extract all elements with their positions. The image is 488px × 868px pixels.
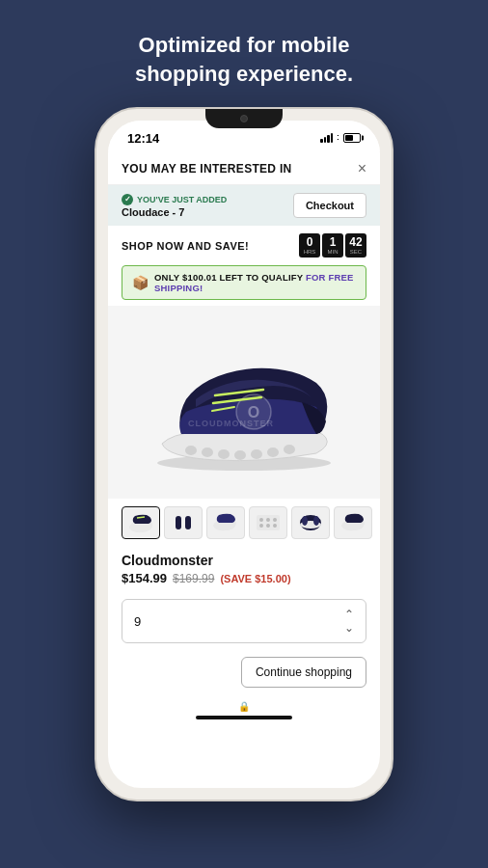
timer-hours: 0 HRS	[299, 233, 320, 258]
thumbnail-6[interactable]	[334, 506, 372, 539]
svg-point-1	[185, 446, 197, 455]
home-bar-area: 🔒	[108, 695, 380, 729]
added-notification-bar: ✓ YOU'VE JUST ADDED Cloudace - 7 Checkou…	[108, 185, 380, 226]
product-info: Cloudmonster $154.99 $169.99 (SAVE $15.0…	[108, 547, 380, 599]
svg-point-18	[259, 518, 263, 522]
price-original: $169.99	[173, 572, 214, 585]
svg-point-6	[267, 448, 279, 457]
timer-minutes: 1 MIN	[322, 233, 343, 258]
svg-point-7	[284, 445, 295, 454]
close-button[interactable]: ×	[358, 161, 366, 176]
thumbnail-3[interactable]	[206, 506, 245, 539]
svg-point-23	[273, 524, 277, 528]
shop-now-bar: SHOP NOW AND SAVE! 0 HRS 1 MIN 42 SEC	[108, 226, 380, 265]
thumbnail-1[interactable]	[122, 506, 160, 539]
added-info: ✓ YOU'VE JUST ADDED Cloudace - 7	[122, 194, 227, 218]
svg-point-2	[202, 448, 213, 457]
timer-seconds: 42 SEC	[345, 233, 366, 258]
svg-point-4	[234, 450, 246, 460]
svg-point-27	[313, 516, 319, 526]
svg-point-5	[251, 449, 262, 459]
svg-text:CLOUDMONSTER: CLOUDMONSTER	[188, 419, 274, 428]
svg-rect-17	[257, 515, 280, 530]
svg-point-22	[266, 524, 270, 528]
product-name: Cloudmonster	[122, 553, 366, 568]
added-product-name: Cloudace - 7	[122, 206, 227, 218]
checkmark-icon: ✓	[122, 194, 133, 205]
svg-point-21	[259, 524, 263, 528]
wifi-icon: ∶	[337, 132, 339, 145]
svg-rect-15	[176, 516, 181, 529]
signal-icon	[320, 133, 333, 143]
box-icon: 📦	[132, 275, 149, 290]
continue-shopping-button[interactable]: Continue shopping	[241, 657, 366, 688]
chevron-updown-icon: ⌃⌄	[344, 608, 354, 635]
continue-button-row: Continue shopping	[108, 657, 380, 695]
shipping-banner: 📦 ONLY $100.01 LEFT TO QUALIFY FOR FREE …	[122, 265, 366, 300]
thumbnail-2[interactable]	[164, 506, 203, 539]
shipping-text: ONLY $100.01 LEFT TO QUALIFY FOR FREE SH…	[154, 272, 356, 293]
shoe-illustration: O CLOUDMONSTER	[138, 330, 350, 475]
modal-title: YOU MAY BE INTERESTED IN	[122, 162, 292, 176]
product-image: O CLOUDMONSTER	[108, 306, 380, 499]
svg-point-19	[266, 518, 270, 522]
price-save: (SAVE $15.00)	[220, 573, 290, 584]
lock-icon: 🔒	[238, 701, 250, 712]
price-row: $154.99 $169.99 (SAVE $15.00)	[122, 571, 366, 585]
status-icons: ∶	[320, 132, 361, 145]
svg-point-3	[218, 449, 230, 459]
checkout-button[interactable]: Checkout	[293, 193, 366, 218]
thumbnail-strip	[108, 499, 380, 547]
added-label: ✓ YOU'VE JUST ADDED	[122, 194, 227, 205]
modal-header: YOU MAY BE INTERESTED IN ×	[108, 151, 380, 185]
shop-now-text: SHOP NOW AND SAVE!	[122, 240, 249, 252]
svg-line-14	[137, 517, 145, 518]
size-value: 9	[134, 614, 141, 629]
product-image-area: O CLOUDMONSTER	[108, 306, 380, 499]
home-indicator	[196, 716, 292, 719]
phone-screen: 12:14 ∶ YOU MAY BE INTERESTED IN × ✓ YOU	[108, 121, 380, 788]
page-headline: Optimized for mobile shopping experience…	[96, 31, 392, 88]
size-selector[interactable]: 9 ⌃⌄	[122, 599, 366, 643]
svg-point-20	[273, 518, 277, 522]
price-current: $154.99	[122, 571, 167, 585]
battery-icon	[343, 133, 361, 143]
svg-rect-16	[185, 516, 191, 529]
thumbnail-4[interactable]	[249, 506, 287, 539]
phone-mockup: 12:14 ∶ YOU MAY BE INTERESTED IN × ✓ YOU	[95, 107, 393, 801]
thumbnail-5[interactable]	[291, 506, 330, 539]
countdown-timer: 0 HRS 1 MIN 42 SEC	[299, 233, 366, 258]
status-time: 12:14	[127, 131, 159, 146]
svg-point-26	[302, 516, 308, 526]
camera-icon	[240, 121, 248, 122]
phone-notch	[205, 121, 283, 128]
